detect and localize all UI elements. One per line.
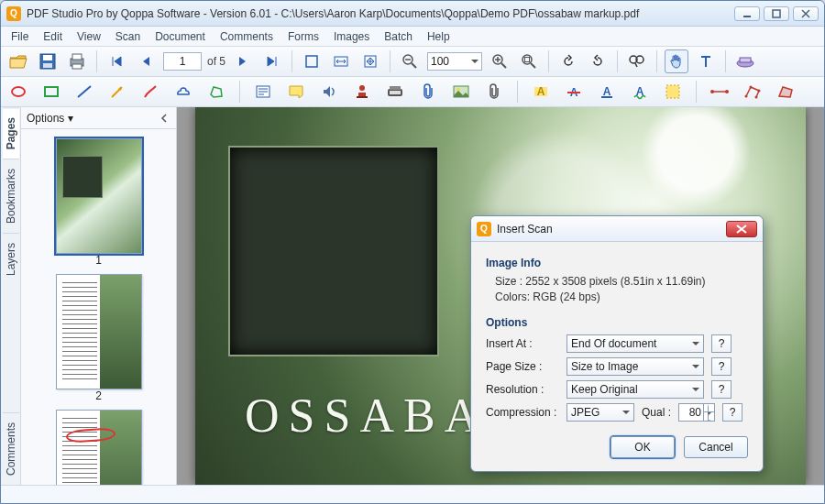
menu-help[interactable]: Help [421,28,456,45]
page-thumbnail-3[interactable] [56,410,142,485]
fit-page-button[interactable] [358,49,382,73]
polygon-tool[interactable] [204,80,228,104]
perimeter-tool[interactable] [741,80,764,104]
zoom-combo[interactable]: 100 [427,52,482,71]
page-count-label: of 5 [207,55,226,68]
hand-tool-button[interactable] [665,49,688,73]
square-tool[interactable] [39,80,63,104]
resolution-help[interactable]: ? [711,380,732,399]
prev-page-button[interactable] [134,49,158,73]
minimize-button[interactable] [734,6,760,21]
menu-edit[interactable]: Edit [37,28,69,45]
line-tool[interactable] [72,80,96,104]
document-view[interactable]: OSSABAW Q Insert Scan Image Info Size : … [177,107,824,485]
svg-text:A: A [537,85,545,98]
svg-rect-8 [72,54,82,60]
page-size-help[interactable]: ? [711,357,732,376]
scan-button[interactable] [733,49,757,73]
distance-tool[interactable] [708,80,732,104]
pencil-tool[interactable] [138,80,162,104]
ok-button[interactable]: OK [610,436,675,458]
quality-input[interactable] [679,406,703,419]
link-image-tool[interactable] [449,80,473,104]
stamp-tool[interactable] [350,80,374,104]
sound-tool[interactable] [317,80,341,104]
thumbs-options-dropdown[interactable]: Options ▾ [27,112,73,125]
menu-images[interactable]: Images [327,28,376,45]
cancel-button[interactable]: Cancel [684,436,748,458]
print-button[interactable] [65,49,89,73]
app-icon: Q [6,6,21,21]
strikeout-tool[interactable]: A [562,80,586,104]
open-button[interactable] [6,49,30,73]
toolbar-annotations: A A A A [1,77,824,107]
area-tool[interactable] [774,80,798,104]
thumbnails-list[interactable]: 1 2 [21,129,176,485]
menubar: File Edit View Scan Document Comments Fo… [1,27,824,47]
save-button[interactable] [36,49,60,73]
zoom-in-button[interactable] [488,49,512,73]
next-page-button[interactable] [231,49,255,73]
side-tab-layers[interactable]: Layers [3,233,19,285]
attachment-tool[interactable] [482,80,506,104]
squiggly-tool[interactable]: A [628,80,652,104]
status-bar [1,485,824,503]
zoom-value: 100 [431,55,449,68]
compression-combo[interactable]: JPEG [566,403,634,422]
menu-forms[interactable]: Forms [281,28,325,45]
page-size-combo[interactable]: Size to Image [566,357,704,376]
side-tab-pages[interactable]: Pages [3,107,19,159]
side-tab-bookmarks[interactable]: Bookmarks [3,159,19,233]
insert-at-combo[interactable]: End Of document [566,334,704,353]
zoom-marquee-button[interactable] [517,49,541,73]
attach-file-tool[interactable] [416,80,440,104]
resolution-combo[interactable]: Keep Original [566,380,704,399]
polygon-cloud-tool[interactable] [171,80,195,104]
maximize-button[interactable] [764,6,789,21]
svg-point-20 [522,55,532,64]
underline-tool[interactable]: A [595,80,619,104]
textbox-tool[interactable] [251,80,275,104]
rotate-cw-button[interactable] [586,49,610,73]
collapse-panel-button[interactable] [158,112,170,125]
compression-label: Compression : [486,406,559,419]
menu-scan[interactable]: Scan [109,28,147,45]
close-button[interactable] [793,6,819,21]
page-size-label: Page Size : [486,360,559,373]
compression-help[interactable]: ? [722,403,742,422]
menu-file[interactable]: File [5,28,35,45]
svg-point-57 [758,90,761,93]
svg-point-36 [359,85,365,91]
insert-at-help[interactable]: ? [711,334,732,353]
svg-rect-41 [390,91,401,94]
fit-width-button[interactable] [329,49,353,73]
last-page-button[interactable] [260,49,284,73]
dialog-close-button[interactable] [726,221,757,237]
page-thumbnail-1[interactable] [56,138,142,254]
arrow-tool[interactable] [105,80,129,104]
first-page-button[interactable] [104,49,128,73]
highlight-text-tool[interactable]: A [529,80,553,104]
svg-rect-40 [390,86,401,90]
fit-actual-button[interactable] [300,49,324,73]
rotate-ccw-button[interactable] [556,49,580,73]
page-thumbnail-2[interactable] [56,274,142,389]
sticky-note-tool[interactable] [284,80,308,104]
zoom-out-button[interactable] [398,49,422,73]
menu-comments[interactable]: Comments [214,28,280,45]
svg-rect-38 [357,96,368,98]
menu-view[interactable]: View [71,28,107,45]
page-number-input[interactable] [163,52,202,71]
area-highlight-tool[interactable] [661,80,685,104]
menu-batch[interactable]: Batch [378,28,419,45]
svg-point-55 [745,95,748,98]
menu-document[interactable]: Document [148,28,212,45]
svg-line-14 [412,63,416,68]
typewriter-tool[interactable] [383,80,407,104]
search-button[interactable] [625,49,649,73]
svg-rect-29 [45,87,58,96]
quality-spinner[interactable] [678,403,715,422]
side-tab-comments[interactable]: Comments [3,412,19,485]
circle-tool[interactable] [6,80,30,104]
text-select-button[interactable] [694,49,718,73]
